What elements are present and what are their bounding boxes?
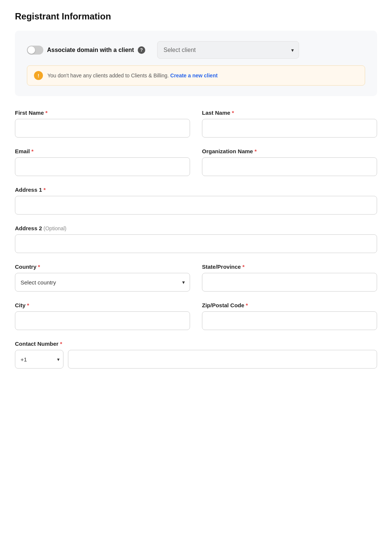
page-title: Registrant Information [15,11,377,22]
last-name-label: Last Name * [202,110,377,116]
zip-group: Zip/Postal Code * [202,302,377,330]
associate-label: Associate domain with a client [47,47,134,53]
country-select[interactable]: Select country [15,273,190,292]
phone-code-wrapper: +1 ▾ [15,350,63,369]
email-org-row: Email * Organization Name * [15,148,377,176]
first-name-required: * [46,110,48,116]
city-zip-row: City * Zip/Postal Code * [15,302,377,330]
toggle-knob [28,46,35,54]
zip-required: * [246,302,248,308]
last-name-required: * [232,110,234,116]
zip-input[interactable] [202,311,377,330]
zip-label: Zip/Postal Code * [202,302,377,308]
associate-card: Associate domain with a client ? Select … [15,31,377,96]
create-new-client-link[interactable]: Create a new client [170,73,218,78]
address2-optional: (Optional) [44,225,66,231]
city-label: City * [15,302,190,308]
warning-icon: ! [34,71,43,80]
country-state-row: Country * Select country ▾ State/Provinc… [15,264,377,292]
address1-required: * [44,187,46,193]
state-required: * [242,264,245,270]
first-name-input[interactable] [15,119,190,138]
email-required: * [31,148,34,154]
last-name-group: Last Name * [202,110,377,138]
address1-label: Address 1 * [15,187,377,193]
associate-toggle[interactable] [27,46,43,55]
select-client-dropdown[interactable]: Select client [157,41,299,59]
address2-group: Address 2 (Optional) [15,225,377,253]
country-select-wrapper: Select country ▾ [15,273,190,292]
phone-code-select[interactable]: +1 [15,350,63,369]
city-group: City * [15,302,190,330]
state-input[interactable] [202,273,377,292]
address1-group: Address 1 * [15,187,377,215]
phone-row: +1 ▾ [15,350,377,369]
contact-label: Contact Number * [15,341,377,347]
org-name-input[interactable] [202,157,377,176]
state-label: State/Province * [202,264,377,270]
name-row: First Name * Last Name * [15,110,377,138]
email-group: Email * [15,148,190,176]
address2-label: Address 2 (Optional) [15,225,377,231]
contact-required: * [60,341,62,347]
org-name-required: * [255,148,257,154]
first-name-group: First Name * [15,110,190,138]
email-input[interactable] [15,157,190,176]
org-name-label: Organization Name * [202,148,377,154]
country-label: Country * [15,264,190,270]
first-name-label: First Name * [15,110,190,116]
address1-input[interactable] [15,196,377,215]
warning-text: You don't have any clients added to Clie… [47,73,218,78]
warning-banner: ! You don't have any clients added to Cl… [27,65,365,86]
country-group: Country * Select country ▾ [15,264,190,292]
associate-label-group: Associate domain with a client ? [27,46,145,55]
form-section: First Name * Last Name * Email * Organiz… [15,110,377,369]
contact-group: Contact Number * +1 ▾ [15,341,377,369]
select-client-wrapper: Select client ▾ [157,41,299,59]
last-name-input[interactable] [202,119,377,138]
city-input[interactable] [15,311,190,330]
city-required: * [27,302,29,308]
org-name-group: Organization Name * [202,148,377,176]
help-icon[interactable]: ? [138,46,145,54]
phone-number-input[interactable] [68,350,377,369]
state-group: State/Province * [202,264,377,292]
country-required: * [38,264,40,270]
address2-input[interactable] [15,234,377,253]
email-label: Email * [15,148,190,154]
